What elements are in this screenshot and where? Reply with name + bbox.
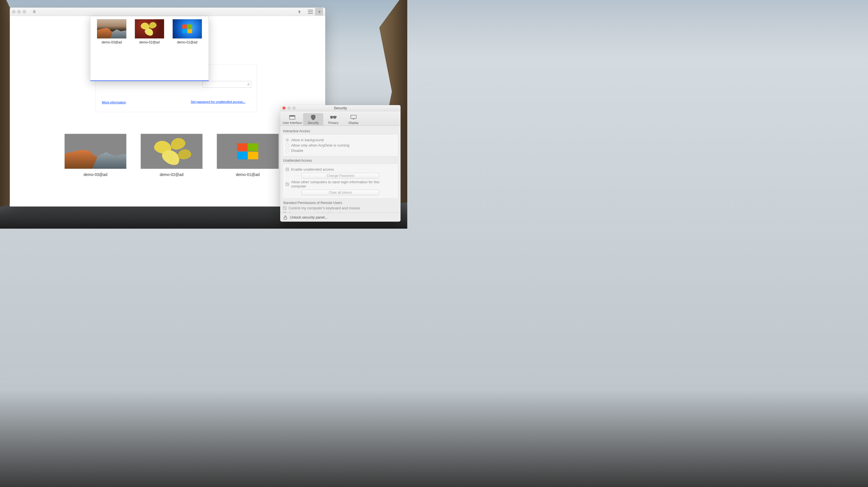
radio-disable[interactable]: Disable — [285, 148, 395, 153]
checkbox-save-login[interactable]: Allow other computers to save login info… — [285, 180, 395, 188]
clear-tokens-button[interactable]: Clear all tokens — [302, 190, 379, 195]
speed-dial-item[interactable]: demo-01@ad — [217, 134, 279, 177]
section-title-permissions: Standard Permissions of Remote Users — [283, 201, 398, 205]
lock-icon — [283, 215, 287, 220]
section-title-unattended: Unattended Access — [283, 159, 398, 163]
settings-titlebar: Security — [280, 105, 401, 111]
remote-address-input[interactable]: d — [203, 81, 251, 88]
zoom-button[interactable] — [292, 107, 296, 110]
close-button[interactable] — [282, 107, 285, 110]
address-input[interactable] — [33, 9, 296, 14]
address-suggestions-dropdown: demo-03@ad demo-02@ad demo-01@ad — [90, 16, 209, 81]
minimize-button[interactable] — [287, 107, 290, 110]
suggestion-label: demo-03@ad — [102, 40, 122, 44]
tab-privacy[interactable]: Privacy — [323, 113, 343, 125]
thumbnail-elcapitan-icon — [97, 19, 126, 39]
suggestion-item[interactable]: demo-02@ad — [133, 19, 166, 78]
svg-rect-1 — [289, 115, 295, 117]
zoom-button[interactable] — [23, 10, 26, 13]
speed-dial-item[interactable]: demo-02@ad — [141, 134, 203, 177]
thumbnail-leaves-icon — [135, 19, 164, 39]
checkbox-control-keyboard-mouse[interactable]: Control my computer's keyboard and mouse — [283, 206, 398, 210]
thumbnail-windows-icon — [173, 19, 202, 39]
permissions-section: Control my computer's keyboard and mouse… — [282, 206, 398, 213]
thumbnail-windows-icon — [217, 134, 279, 169]
speed-dial-label: demo-01@ad — [217, 172, 279, 177]
menu-icon[interactable] — [306, 9, 315, 15]
address-field[interactable] — [33, 9, 302, 15]
settings-tabs: User Interface Security Privacy Display — [280, 111, 401, 126]
suggestion-item[interactable]: demo-03@ad — [95, 19, 128, 78]
monitor-icon — [343, 114, 364, 120]
speed-dial-label: demo-02@ad — [141, 172, 203, 177]
suggestion-item[interactable]: demo-01@ad — [171, 19, 204, 78]
svg-rect-3 — [284, 217, 287, 220]
connect-icon[interactable] — [297, 9, 302, 14]
suggestion-label: demo-01@ad — [177, 40, 197, 44]
more-information-link[interactable]: More information — [102, 101, 126, 104]
settings-footer[interactable]: Unlock security panel... — [280, 213, 401, 222]
radio-allow-background[interactable]: Allow in background — [285, 138, 395, 142]
set-password-link[interactable]: Set password for unattended access... — [191, 100, 246, 104]
speed-dial: demo-03@ad demo-02@ad demo-01@ad — [64, 134, 279, 177]
window-controls — [12, 10, 26, 13]
security-settings-window: Security User Interface Security Privacy… — [280, 105, 401, 222]
tab-security[interactable]: Security — [303, 113, 323, 125]
window-controls — [282, 107, 296, 110]
tab-user-interface[interactable]: User Interface — [281, 113, 303, 125]
checkbox-enable-unattended[interactable]: Enable unattended access — [285, 167, 395, 171]
svg-rect-2 — [351, 115, 356, 118]
glasses-icon — [323, 114, 343, 120]
window-icon — [281, 114, 303, 120]
new-tab-button[interactable] — [315, 8, 323, 16]
settings-body: Interactive Access Allow in background A… — [280, 126, 401, 213]
suggestion-label: demo-02@ad — [140, 40, 160, 44]
change-password-button[interactable]: Change Password — [302, 173, 379, 178]
speed-dial-item[interactable]: demo-03@ad — [64, 134, 126, 177]
thumbnail-leaves-icon — [141, 134, 203, 169]
speed-dial-label: demo-03@ad — [64, 172, 126, 177]
section-title-interactive: Interactive Access — [283, 129, 398, 133]
thumbnail-elcapitan-icon — [64, 134, 126, 169]
unlock-panel-label: Unlock security panel... — [290, 215, 328, 220]
tab-display[interactable]: Display — [343, 113, 364, 125]
titlebar — [10, 7, 325, 16]
radio-allow-running[interactable]: Allow only when AnyDesk is running — [285, 143, 395, 147]
close-button[interactable] — [12, 10, 16, 13]
settings-title: Security — [280, 106, 401, 110]
interactive-access-section: Allow in background Allow only when AnyD… — [282, 134, 398, 156]
unattended-access-section: Enable unattended access Change Password… — [282, 164, 398, 199]
minimize-button[interactable] — [18, 10, 21, 13]
shield-icon — [303, 114, 323, 120]
